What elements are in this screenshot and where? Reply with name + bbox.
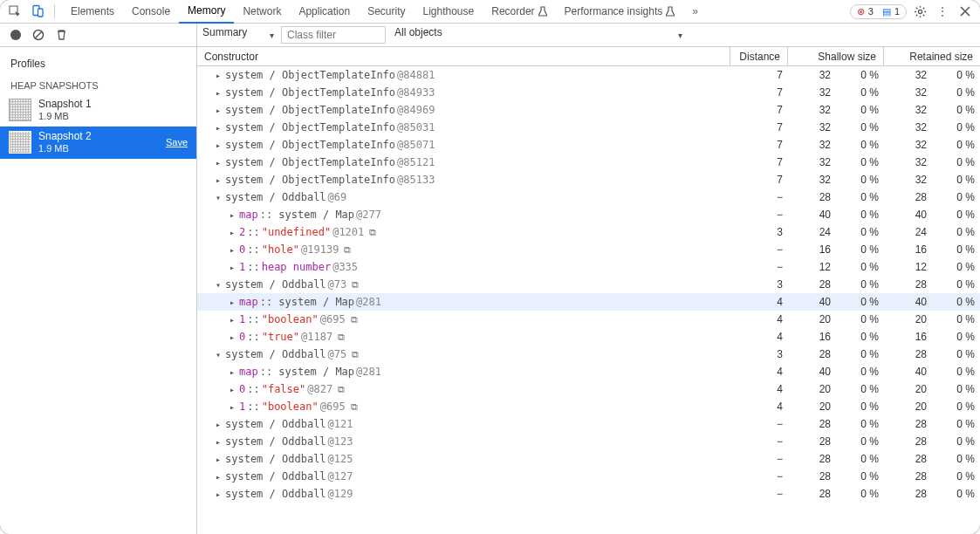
heap-row[interactable]: ▸0 :: "true" @1187⧉4160 %160 % [197, 328, 980, 346]
copy-icon[interactable]: ⧉ [352, 349, 359, 360]
tab-recorder[interactable]: Recorder [483, 0, 555, 24]
heap-row[interactable]: ▸map :: system / Map @2814400 %400 % [197, 293, 980, 311]
heap-row[interactable]: ▾system / Oddball @75⧉3280 %280 % [197, 346, 980, 363]
heap-row[interactable]: ▸system / ObjectTemplateInfo @851337320 … [197, 171, 980, 188]
disclosure-icon[interactable]: ▸ [227, 298, 237, 307]
disclosure-icon[interactable]: ▾ [213, 193, 223, 202]
kebab-icon[interactable]: ⋮ [933, 2, 952, 21]
snapshot-save-link[interactable]: Save [166, 137, 188, 147]
constructor-cell: ▸0 :: "false" @827⧉ [197, 383, 730, 395]
shallow-pct-cell: 0 % [836, 435, 884, 448]
disclosure-icon[interactable]: ▸ [213, 175, 223, 185]
copy-icon[interactable]: ⧉ [352, 279, 359, 291]
copy-icon[interactable]: ⧉ [338, 332, 345, 343]
copy-icon[interactable]: ⧉ [338, 384, 345, 395]
device-toolbar-icon[interactable] [28, 2, 47, 21]
heap-row[interactable]: ▸2 :: "undefined" @1201⧉3240 %240 % [197, 223, 980, 241]
shallow-size-cell: 32 [788, 174, 836, 186]
class-filter-input[interactable] [281, 26, 386, 44]
disclosure-icon[interactable]: ▸ [213, 106, 223, 115]
disclosure-icon[interactable]: ▸ [227, 332, 237, 342]
heap-row[interactable]: ▸map :: system / Map @277−400 %400 % [197, 206, 980, 223]
disclosure-icon[interactable]: ▸ [227, 263, 237, 272]
sidebar-heading: HEAP SNAPSHOTS [0, 77, 196, 94]
col-shallow[interactable]: Shallow size [788, 47, 884, 65]
distance-cell: 3 [730, 226, 788, 238]
heap-row[interactable]: ▸1 :: "boolean" @695⧉4200 %200 % [197, 311, 980, 328]
heap-row[interactable]: ▸system / ObjectTemplateInfo @848817320 … [197, 66, 980, 84]
issue-counter[interactable]: ⊗3 ▤1 [850, 4, 907, 19]
heap-row[interactable]: ▸0 :: "hole" @19139⧉−160 %160 % [197, 241, 980, 258]
disclosure-icon[interactable]: ▸ [213, 472, 223, 482]
heap-row[interactable]: ▸0 :: "false" @827⧉4200 %200 % [197, 380, 980, 398]
heap-row[interactable]: ▸system / Oddball @129−280 %280 % [197, 485, 980, 503]
view-select[interactable]: Summary [197, 26, 278, 44]
gear-icon[interactable] [910, 2, 929, 21]
heap-row[interactable]: ▾system / Oddball @73⧉3280 %280 % [197, 276, 980, 293]
heap-row[interactable]: ▸map :: system / Map @2814400 %400 % [197, 363, 980, 380]
retained-pct-cell: 0 % [932, 243, 980, 256]
distance-cell: 7 [730, 86, 788, 99]
disclosure-icon[interactable]: ▸ [213, 420, 223, 429]
snapshot-item[interactable]: Snapshot 21.9 MBSave [0, 127, 196, 159]
disclosure-icon[interactable]: ▸ [213, 123, 223, 133]
disclosure-icon[interactable]: ▸ [213, 71, 223, 80]
heap-row[interactable]: ▸1 :: heap number @335−120 %120 % [197, 258, 980, 276]
heap-row[interactable]: ▸system / Oddball @127−280 %280 % [197, 468, 980, 485]
disclosure-icon[interactable]: ▾ [213, 280, 223, 290]
heap-row[interactable]: ▸system / ObjectTemplateInfo @851217320 … [197, 154, 980, 171]
tab-lighthouse[interactable]: Lighthouse [415, 0, 483, 24]
tab-console[interactable]: Console [123, 0, 179, 24]
heap-row[interactable]: ▾system / Oddball @69−280 %280 % [197, 188, 980, 206]
constructor-cell: ▸system / ObjectTemplateInfo @85071 [197, 139, 730, 151]
heap-row[interactable]: ▸system / ObjectTemplateInfo @849697320 … [197, 101, 980, 119]
distance-cell: − [730, 418, 788, 430]
copy-icon[interactable]: ⧉ [351, 401, 358, 413]
disclosure-icon[interactable]: ▸ [213, 88, 223, 98]
disclosure-icon[interactable]: ▸ [227, 228, 237, 237]
col-retained[interactable]: Retained size [884, 47, 980, 65]
heap-row[interactable]: ▸system / ObjectTemplateInfo @849337320 … [197, 84, 980, 101]
heap-row[interactable]: ▸system / ObjectTemplateInfo @850317320 … [197, 119, 980, 136]
close-icon[interactable] [956, 2, 975, 21]
tab-elements[interactable]: Elements [62, 0, 123, 24]
copy-icon[interactable]: ⧉ [369, 227, 376, 238]
tab-application[interactable]: Application [290, 0, 359, 24]
copy-icon[interactable]: ⧉ [344, 244, 351, 256]
col-distance[interactable]: Distance [730, 47, 788, 65]
object-scope-select[interactable]: All objects [389, 26, 686, 44]
snapshot-item[interactable]: Snapshot 11.9 MB [0, 94, 196, 127]
shallow-size-cell: 40 [788, 296, 836, 308]
tab-security[interactable]: Security [359, 0, 414, 24]
disclosure-icon[interactable]: ▸ [227, 245, 237, 255]
tab-memory[interactable]: Memory [179, 0, 234, 24]
heap-row[interactable]: ▸1 :: "boolean" @695⧉4200 %200 % [197, 398, 980, 415]
inspect-icon[interactable] [5, 2, 24, 21]
disclosure-icon[interactable]: ▸ [213, 455, 223, 464]
devtools-tabbar: ElementsConsoleMemoryNetworkApplicationS… [0, 0, 980, 24]
disclosure-icon[interactable]: ▸ [227, 210, 237, 220]
more-tabs-icon[interactable]: » [692, 5, 698, 17]
disclosure-icon[interactable]: ▸ [227, 402, 237, 412]
tab-network[interactable]: Network [234, 0, 290, 24]
disclosure-icon[interactable]: ▸ [213, 158, 223, 168]
heap-row[interactable]: ▸system / Oddball @121−280 %280 % [197, 415, 980, 433]
tab-performance-insights[interactable]: Performance insights [556, 0, 684, 24]
disclosure-icon[interactable]: ▸ [227, 315, 237, 325]
disclosure-icon[interactable]: ▸ [213, 437, 223, 447]
disclosure-icon[interactable]: ▸ [227, 367, 237, 377]
disclosure-icon[interactable]: ▾ [213, 350, 223, 359]
copy-icon[interactable]: ⧉ [351, 314, 358, 325]
disclosure-icon[interactable]: ▸ [227, 385, 237, 394]
retained-size-cell: 32 [884, 121, 932, 134]
heap-row[interactable]: ▸system / Oddball @125−280 %280 % [197, 450, 980, 468]
record-icon[interactable] [9, 28, 23, 42]
retained-pct-cell: 0 % [932, 104, 980, 116]
disclosure-icon[interactable]: ▸ [213, 140, 223, 150]
heap-row[interactable]: ▸system / ObjectTemplateInfo @850717320 … [197, 136, 980, 154]
disclosure-icon[interactable]: ▸ [213, 490, 223, 499]
col-constructor[interactable]: Constructor [197, 47, 730, 65]
heap-row[interactable]: ▸system / Oddball @123−280 %280 % [197, 433, 980, 450]
clear-icon[interactable] [31, 28, 45, 42]
trash-icon[interactable] [54, 28, 68, 42]
